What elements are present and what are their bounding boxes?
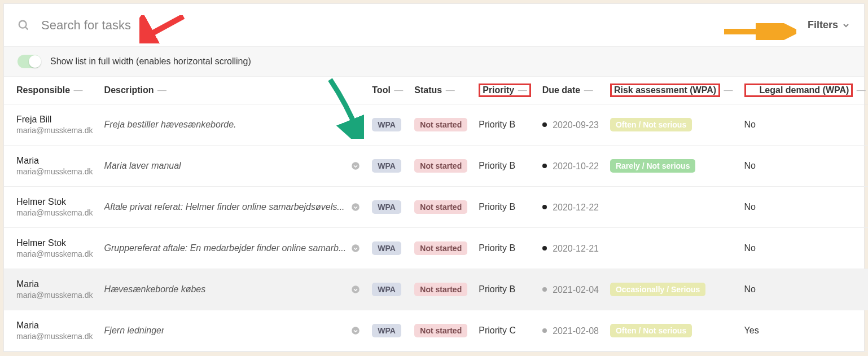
due-dot-icon: [542, 164, 547, 168]
due-date-text: 2020-12-21: [553, 243, 599, 253]
legal-cell: No: [739, 228, 868, 269]
priority-cell: Priority B: [473, 269, 536, 310]
priority-cell: Priority B: [473, 104, 536, 146]
priority-cell: Priority B: [473, 228, 536, 269]
search-icon: [17, 19, 30, 32]
col-risk[interactable]: Risk assessment (WPA) —: [604, 77, 739, 104]
svg-point-9: [352, 244, 360, 252]
responsible-email: maria@musskema.dk: [16, 249, 93, 258]
fullwidth-toggle[interactable]: [17, 55, 41, 68]
due-dot-icon: [542, 122, 547, 127]
due-dot-icon: [542, 246, 547, 250]
tool-badge: WPA: [372, 324, 401, 337]
responsible-name: Helmer Stok: [16, 238, 93, 248]
legal-cell: No: [739, 269, 868, 310]
col-tool[interactable]: Tool —: [366, 77, 409, 104]
description-text: Gruppereferat aftale: En medarbejder fin…: [104, 243, 347, 253]
svg-line-1: [25, 27, 28, 29]
svg-point-10: [352, 285, 360, 293]
legal-cell: No: [739, 104, 868, 146]
risk-badge: Often / Not serious: [610, 324, 692, 337]
tasks-table: Responsible — Description — Tool — Statu…: [4, 77, 868, 351]
status-badge: Not started: [414, 159, 467, 173]
toggle-knob: [29, 55, 41, 68]
fullwidth-label: Show list in full width (enables horizon…: [50, 56, 251, 67]
svg-point-7: [352, 162, 360, 170]
expand-down-icon[interactable]: [350, 202, 361, 212]
description-text: Aftale privat referat: Helmer finder onl…: [104, 202, 345, 212]
responsible-email: maria@musskema.dk: [16, 291, 93, 300]
chevron-down-icon: [841, 21, 851, 30]
status-badge: Not started: [414, 200, 467, 214]
description-text: Fjern ledninger: [104, 326, 165, 336]
table-row[interactable]: Helmer Stok maria@musskema.dk Grupperefe…: [4, 228, 868, 269]
due-date-text: 2020-09-23: [553, 120, 599, 129]
table-row[interactable]: Helmer Stok maria@musskema.dk Aftale pri…: [4, 187, 868, 228]
svg-point-6: [352, 121, 360, 129]
risk-badge: Often / Not serious: [610, 118, 692, 131]
due-date-text: 2021-02-04: [553, 284, 599, 294]
col-due-date[interactable]: Due date —: [537, 77, 604, 104]
description-text: Freja bestiller hævesænkeborde.: [104, 120, 236, 130]
priority-cell: Priority B: [473, 146, 536, 187]
responsible-email: maria@musskema.dk: [16, 208, 93, 217]
svg-point-0: [19, 20, 27, 28]
table-row[interactable]: Maria maria@musskema.dk Hævesænkeborde k…: [4, 269, 868, 310]
responsible-email: maria@musskema.dk: [16, 332, 93, 341]
priority-cell: Priority C: [473, 310, 536, 351]
table-row[interactable]: Maria maria@musskema.dk Fjern ledninger …: [4, 310, 868, 351]
expand-down-icon[interactable]: [350, 161, 361, 171]
expand-down-icon[interactable]: [350, 243, 361, 253]
responsible-name: Maria: [16, 320, 93, 331]
col-legal[interactable]: Legal demand (WPA) —: [739, 77, 868, 104]
filters-label: Filters: [808, 19, 838, 31]
due-dot-icon: [542, 328, 547, 333]
svg-point-11: [352, 327, 360, 335]
legal-cell: Yes: [739, 310, 868, 351]
status-badge: Not started: [414, 324, 467, 337]
description-text: Hævesænkeborde købes: [104, 284, 206, 295]
tool-badge: WPA: [372, 200, 401, 214]
svg-point-8: [352, 203, 360, 211]
responsible-email: maria@musskema.dk: [16, 167, 93, 176]
legal-cell: No: [739, 187, 868, 228]
tool-badge: WPA: [372, 159, 401, 173]
due-dot-icon: [542, 205, 547, 209]
table-row[interactable]: Freja Bill maria@musskema.dk Freja besti…: [4, 104, 868, 146]
responsible-name: Maria: [16, 279, 93, 289]
status-badge: Not started: [414, 283, 467, 296]
tool-badge: WPA: [372, 118, 401, 131]
due-date-text: 2020-12-22: [553, 202, 599, 212]
table-row[interactable]: Maria maria@musskema.dk Maria laver manu…: [4, 146, 868, 187]
tool-badge: WPA: [372, 283, 401, 296]
risk-badge: Rarely / Not serious: [610, 159, 696, 173]
status-badge: Not started: [414, 241, 467, 255]
due-date-text: 2020-10-22: [553, 161, 599, 170]
search-input[interactable]: [40, 17, 808, 33]
responsible-name: Maria: [16, 156, 93, 166]
description-text: Maria laver manual: [104, 161, 181, 171]
status-badge: Not started: [414, 118, 467, 131]
responsible-name: Helmer Stok: [16, 197, 93, 207]
col-status[interactable]: Status —: [409, 77, 473, 104]
legal-cell: No: [739, 146, 868, 187]
expand-down-icon[interactable]: [350, 284, 361, 295]
col-priority[interactable]: Priority —: [473, 77, 536, 104]
col-responsible[interactable]: Responsible —: [4, 77, 99, 104]
filters-button[interactable]: Filters: [808, 19, 851, 31]
search-row: Filters: [4, 4, 864, 47]
expand-down-icon[interactable]: [350, 120, 361, 130]
priority-cell: Priority B: [473, 187, 536, 228]
tool-badge: WPA: [372, 241, 401, 255]
responsible-name: Freja Bill: [16, 115, 93, 125]
expand-down-icon[interactable]: [350, 326, 361, 336]
responsible-email: maria@musskema.dk: [16, 126, 93, 135]
options-row: Show list in full width (enables horizon…: [4, 47, 864, 77]
due-date-text: 2021-02-08: [553, 326, 599, 335]
col-description[interactable]: Description —: [99, 77, 367, 104]
risk-badge: Occasionally / Serious: [610, 283, 705, 296]
due-dot-icon: [542, 287, 547, 292]
